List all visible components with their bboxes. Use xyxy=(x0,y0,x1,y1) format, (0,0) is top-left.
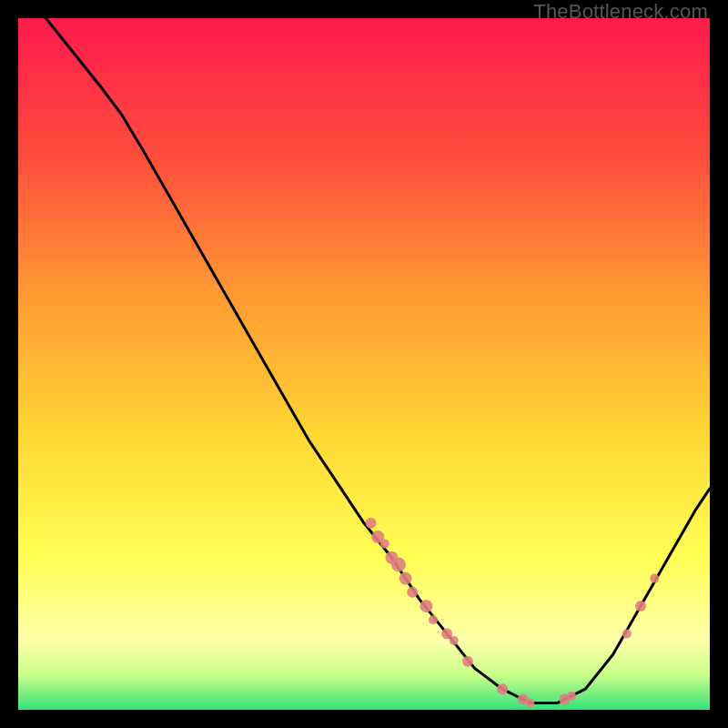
data-point xyxy=(407,587,418,598)
data-point xyxy=(366,518,377,529)
data-point xyxy=(420,600,432,612)
data-point xyxy=(380,540,389,549)
data-point xyxy=(622,629,632,638)
chart-svg xyxy=(18,18,710,710)
data-point xyxy=(567,692,576,701)
data-point xyxy=(525,698,534,707)
data-point xyxy=(462,656,473,667)
data-point xyxy=(635,601,646,612)
data-point xyxy=(429,615,438,624)
data-point xyxy=(650,574,659,583)
data-point xyxy=(399,572,412,585)
chart-frame xyxy=(18,18,710,710)
data-point xyxy=(391,557,406,571)
chart-background xyxy=(18,18,710,710)
data-point xyxy=(450,636,459,645)
data-point xyxy=(497,683,508,694)
